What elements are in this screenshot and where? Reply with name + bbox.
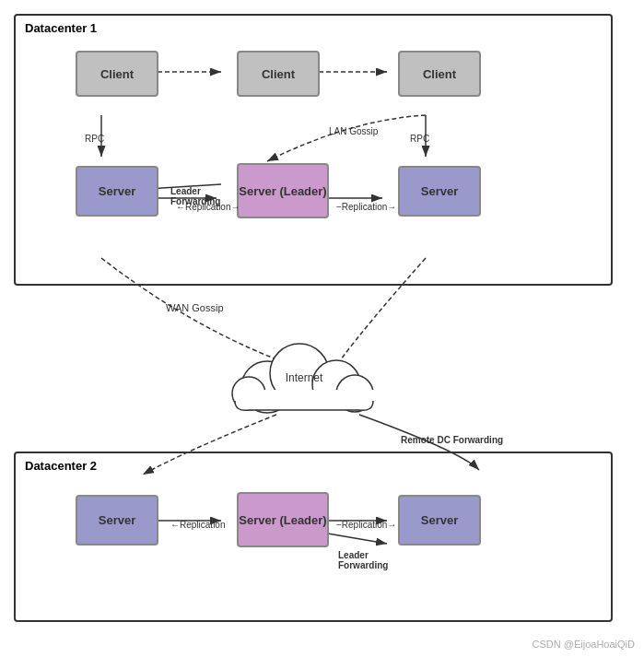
internet-label: Internet — [212, 371, 396, 384]
remote-dc-fwd-label: Remote DC Forwarding — [401, 435, 503, 445]
dc2-server-1: Server — [76, 495, 158, 546]
dc2-server-3: Server — [398, 495, 481, 546]
leader-fwd-dc2-label: LeaderForwarding — [338, 550, 388, 570]
rpc-label-left: RPC — [85, 134, 104, 144]
watermark: CSDN @EijoaHoaiQiD — [533, 639, 635, 650]
dc1-client-1: Client — [76, 51, 158, 97]
lan-gossip-label: LAN Gossip — [329, 126, 378, 136]
replication-dc2-left-label: ←Replication — [170, 520, 225, 530]
datacenter-1-label: Datacenter 1 — [25, 21, 97, 35]
wan-gossip-label: WAN Gossip — [166, 302, 224, 313]
datacenter-1: Datacenter 1 Client Client Client RPC RP… — [14, 14, 613, 286]
replication-dc1-left-label: ←Replication→ — [176, 202, 240, 212]
replication-dc2-right-label: −Replication→ — [336, 520, 396, 530]
replication-dc1-right-label: −Replication→ — [336, 202, 396, 212]
dc1-client-2: Client — [237, 51, 320, 97]
dc1-client-3: Client — [398, 51, 481, 97]
internet-cloud: Internet — [212, 336, 396, 419]
rpc-label-right: RPC — [410, 134, 429, 144]
diagram-container: Client2 (dashed double arrow) --> Client… — [0, 0, 644, 657]
dc1-server-3: Server — [398, 166, 481, 217]
dc1-server-1: Server — [76, 166, 158, 217]
dc2-server-leader: Server (Leader) — [237, 492, 329, 547]
dc1-server-leader: Server (Leader) — [237, 163, 329, 218]
datacenter-2-label: Datacenter 2 — [25, 459, 97, 473]
datacenter-2: Datacenter 2 Server Server (Leader) Serv… — [14, 452, 613, 622]
